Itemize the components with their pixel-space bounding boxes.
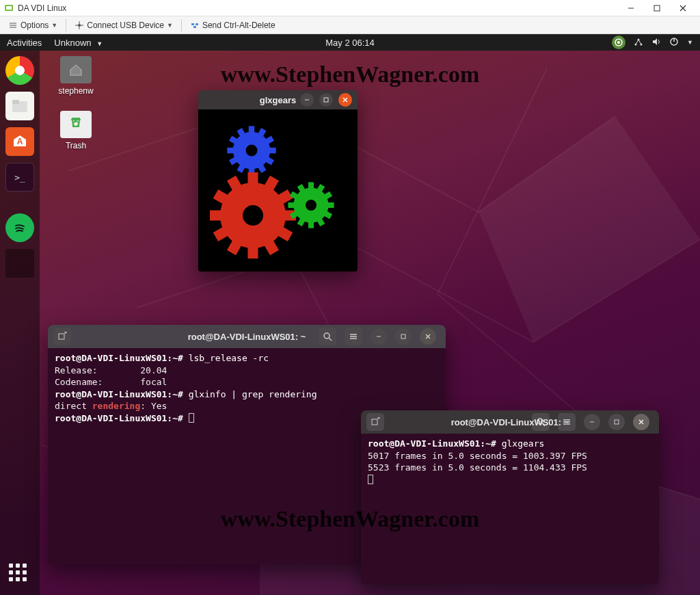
glxgears-title: glxgears: [260, 95, 296, 105]
dock-icon-window-thumb[interactable]: [5, 249, 34, 278]
caret-down-icon: ▼: [96, 40, 103, 47]
watermark-text: www.StephenWagner.com: [221, 62, 479, 88]
network-icon[interactable]: [634, 37, 643, 49]
cursor: [189, 413, 194, 423]
svg-rect-46: [59, 334, 64, 339]
app-menu-button[interactable]: Unknown ▼: [54, 38, 103, 48]
host-minimize-button[interactable]: [618, 1, 644, 16]
dock: A >_: [0, 51, 40, 595]
svg-point-49: [324, 333, 329, 339]
usb-icon: [75, 21, 84, 30]
new-tab-button[interactable]: [366, 413, 384, 431]
ubuntu-desktop[interactable]: Activities Unknown ▼ May 2 06:14 ▼: [0, 34, 700, 595]
options-menu[interactable]: Options ▼: [4, 19, 62, 31]
window-close-button[interactable]: [633, 414, 649, 430]
svg-rect-12: [191, 23, 194, 25]
glxgears-window[interactable]: glxgears: [198, 90, 358, 272]
vmware-horizon-icon: [4, 3, 14, 13]
window-maximize-button[interactable]: [608, 414, 625, 430]
window-close-button[interactable]: [338, 93, 352, 107]
svg-rect-14: [193, 26, 196, 28]
terminal1-title: root@DA-VDI-LinuxWS01: ~: [188, 332, 306, 342]
terminal2-titlebar[interactable]: root@DA-VDI-LinuxWS01: ~: [361, 410, 659, 434]
dock-icon-terminal[interactable]: >_: [5, 163, 34, 191]
cursor: [368, 475, 373, 484]
window-minimize-button[interactable]: [584, 414, 600, 430]
host-window-title: DA VDI Linux: [18, 3, 66, 13]
toolbar-separator: [66, 19, 66, 31]
svg-line-50: [329, 338, 332, 341]
host-maximize-button[interactable]: [644, 1, 670, 16]
menu-button[interactable]: [345, 328, 362, 345]
svg-rect-29: [324, 98, 328, 102]
search-button[interactable]: [319, 328, 336, 345]
svg-rect-55: [401, 334, 405, 339]
window-minimize-button[interactable]: [371, 328, 387, 345]
caret-down-icon[interactable]: ▼: [687, 39, 693, 46]
svg-rect-13: [196, 23, 198, 25]
glxgears-canvas: [198, 109, 358, 272]
desktop-icon-home[interactable]: stephenw: [52, 56, 100, 96]
show-applications-button[interactable]: [9, 564, 31, 585]
dock-icon-chrome[interactable]: [5, 56, 34, 85]
svg-point-18: [617, 41, 620, 44]
host-window-titlebar: DA VDI Linux: [0, 0, 700, 16]
send-cad-button[interactable]: Send Ctrl-Alt-Delete: [186, 19, 280, 31]
search-icon: [323, 332, 332, 341]
glxgears-titlebar[interactable]: glxgears: [198, 90, 358, 109]
connect-usb-menu[interactable]: Connect USB Device ▼: [70, 19, 177, 31]
host-close-button[interactable]: [670, 1, 696, 16]
desktop-icon-label: Trash: [52, 141, 100, 150]
caret-down-icon: ▼: [167, 22, 173, 29]
window-minimize-button[interactable]: [300, 93, 314, 107]
window-maximize-button[interactable]: [395, 328, 412, 345]
desktop-icon-trash[interactable]: Trash: [52, 111, 100, 150]
window-maximize-button[interactable]: [319, 93, 333, 107]
caret-down-icon: ▼: [51, 22, 57, 29]
svg-rect-25: [12, 100, 19, 104]
terminal1-titlebar[interactable]: root@DA-VDI-LinuxWS01: ~: [48, 325, 446, 348]
gnome-top-bar: Activities Unknown ▼ May 2 06:14 ▼: [0, 34, 700, 51]
activities-button[interactable]: Activities: [7, 38, 42, 48]
toolbar-separator: [181, 19, 182, 31]
desktop-icon-label: stephenw: [52, 86, 100, 96]
power-icon[interactable]: [669, 37, 679, 49]
clock[interactable]: May 2 06:14: [325, 38, 375, 48]
svg-rect-58: [372, 419, 377, 425]
svg-rect-67: [615, 420, 619, 424]
window-close-button[interactable]: [420, 328, 436, 345]
new-tab-button[interactable]: [53, 328, 71, 345]
hamburger-icon: [349, 332, 358, 341]
appimage-indicator-icon[interactable]: [612, 36, 625, 49]
svg-marker-15: [479, 116, 700, 342]
svg-rect-3: [654, 5, 660, 11]
trash-icon: [68, 117, 83, 132]
hamburger-icon: [8, 21, 18, 30]
dock-icon-spotify[interactable]: [5, 213, 34, 242]
dock-icon-files[interactable]: [5, 92, 34, 120]
terminal2-title: root@DA-VDI-LinuxWS01: ~: [451, 417, 569, 427]
terminal-window-2[interactable]: root@DA-VDI-LinuxWS01: ~ root@DA-VDI-Lin…: [361, 410, 659, 584]
terminal2-body[interactable]: root@DA-VDI-LinuxWS01:~# glxgears 5017 f…: [361, 434, 659, 490]
volume-icon[interactable]: [651, 37, 661, 49]
svg-text:A: A: [17, 137, 23, 146]
host-toolbar: Options ▼ Connect USB Device ▼ Send Ctrl…: [0, 16, 700, 34]
cad-icon: [190, 21, 200, 30]
home-folder-icon: [68, 63, 83, 77]
svg-rect-1: [6, 6, 12, 10]
dock-icon-software[interactable]: A: [5, 127, 34, 156]
